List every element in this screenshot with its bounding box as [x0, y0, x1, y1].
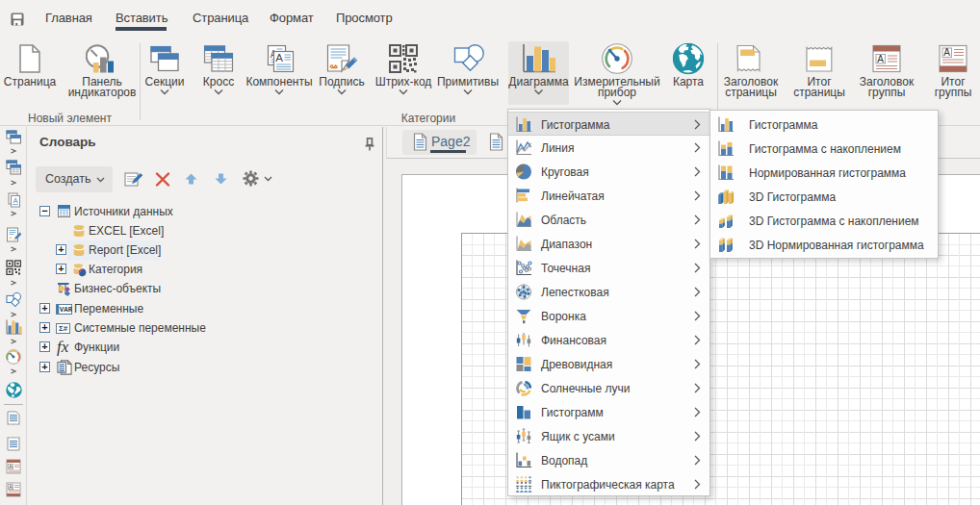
svg-text:Σ#: Σ# — [59, 324, 68, 333]
svg-text:VAR: VAR — [60, 306, 72, 314]
svg-text:A: A — [9, 464, 13, 469]
svg-text:A: A — [943, 47, 950, 58]
svg-text:A: A — [275, 52, 283, 63]
svg-text:A: A — [9, 484, 13, 490]
svg-text:A: A — [877, 53, 884, 63]
svg-text:A: A — [13, 197, 18, 204]
